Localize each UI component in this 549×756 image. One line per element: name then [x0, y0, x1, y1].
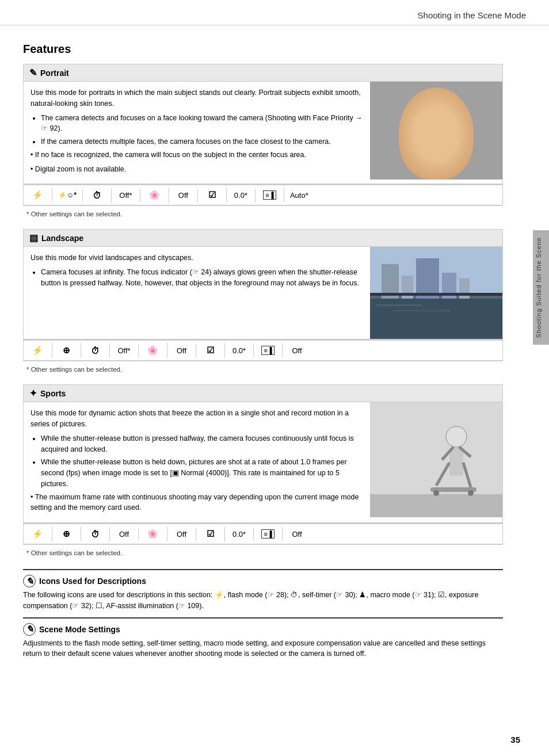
svg-rect-9 — [376, 304, 422, 306]
sports-text: Use this mode for dynamic action shots t… — [24, 402, 370, 522]
portrait-setting-macro: 🌸 — [140, 188, 169, 203]
portrait-section: ✎ Portrait Use this mode for portraits i… — [23, 64, 503, 184]
portrait-bullets: The camera detects and focuses on a face… — [41, 113, 363, 147]
landscape-asterisk: * Other settings can be selected. — [23, 365, 503, 376]
landscape-setting-macro-val: Off — [167, 344, 196, 357]
sports-setting-timer-val: Off — [110, 528, 139, 541]
icons-desc-icon: ✎ — [23, 575, 36, 587]
landscape-settings-wrapper: ⚡ ⊕ ⏱ Off* 🌸 Off ☑ 0.0* ≡▐ Off — [23, 339, 503, 361]
icons-desc-section: ✎ Icons Used for Descriptions The follow… — [23, 569, 503, 612]
sports-setting-mode: ⊕ — [52, 526, 81, 541]
portrait-setting-af: ≡▐ — [256, 188, 284, 202]
svg-point-13 — [446, 426, 467, 447]
portrait-desc: Use this mode for portraits in which the… — [30, 87, 363, 109]
landscape-text: Use this mode for vivid landscapes and c… — [24, 247, 370, 339]
portrait-bullet-3: • If no face is recognized, the camera w… — [30, 150, 363, 161]
page-number: 35 — [510, 735, 520, 744]
landscape-header: ▤ Landscape — [24, 230, 502, 247]
portrait-setting-flash: ⚡ — [24, 188, 52, 203]
portrait-icon: ✎ — [29, 67, 37, 78]
svg-point-21 — [468, 490, 474, 496]
sports-setting-timer: ⏱ — [81, 527, 110, 541]
sports-setting-macro: 🌸 — [139, 526, 167, 541]
scene-settings-body: Adjustments to the flash mode setting, s… — [23, 638, 503, 660]
landscape-bullets: Camera focuses at infinity. The focus in… — [41, 267, 363, 289]
portrait-content: Use this mode for portraits in which the… — [24, 82, 502, 184]
portrait-setting-af-val: Auto* — [284, 189, 314, 202]
sports-setting-flash: ⚡ — [24, 526, 52, 541]
portrait-header: ✎ Portrait — [24, 64, 502, 82]
landscape-label: Landscape — [41, 234, 83, 243]
portrait-setting-redeye: ⚡☺* — [52, 189, 83, 201]
sports-setting-exp: ☑ — [196, 526, 225, 541]
sports-desc: Use this mode for dynamic action shots t… — [30, 408, 363, 430]
landscape-image — [370, 247, 502, 339]
portrait-bullet-4: • Digital zoom is not available. — [30, 164, 363, 175]
svg-point-20 — [433, 490, 439, 496]
sports-bullet-1: While the shutter-release button is pres… — [41, 433, 363, 455]
page-title: Shooting in the Scene Mode — [418, 10, 526, 20]
landscape-icon: ▤ — [29, 232, 38, 243]
sports-asterisk: * Other settings can be selected. — [23, 548, 503, 560]
landscape-bullet-1: Camera focuses at infinity. The focus in… — [41, 267, 363, 289]
portrait-setting-timer-val: Off* — [112, 189, 140, 202]
landscape-setting-macro: 🌸 — [139, 343, 167, 358]
svg-rect-10 — [393, 310, 451, 311]
landscape-setting-af: ≡▐ — [254, 343, 283, 357]
page: Shooting in the Scene Mode Features ✎ Po… — [0, 0, 549, 756]
sports-settings-row: ⚡ ⊕ ⏱ Off 🌸 Off ☑ 0.0* ≡▐ Off — [24, 524, 502, 544]
portrait-settings-wrapper: ⚡ ⚡☺* ⏱ Off* 🌸 Off ☑ 0.0* ≡▐ Auto* — [23, 184, 503, 206]
sports-setting-exp-val: 0.0* — [225, 528, 254, 541]
landscape-setting-mode: ⊕ — [52, 343, 81, 358]
landscape-desc: Use this mode for vivid landscapes and c… — [30, 253, 363, 264]
svg-rect-12 — [370, 494, 502, 517]
features-title: Features — [23, 43, 503, 56]
icons-desc-title: ✎ Icons Used for Descriptions — [23, 575, 503, 587]
landscape-setting-timer: ⏱ — [81, 343, 110, 358]
sports-section: ✦ Sports Use this mode for dynamic actio… — [23, 384, 503, 523]
landscape-setting-af-val: Off — [283, 344, 311, 357]
sports-header: ✦ Sports — [24, 385, 502, 402]
portrait-settings-row: ⚡ ⚡☺* ⏱ Off* 🌸 Off ☑ 0.0* ≡▐ Auto* — [24, 185, 502, 205]
portrait-setting-exp: ☑ — [198, 188, 227, 203]
landscape-setting-exp: ☑ — [196, 343, 225, 358]
landscape-setting-flash: ⚡ — [24, 343, 52, 358]
scene-settings-icon: ✎ — [23, 623, 36, 636]
landscape-settings-row: ⚡ ⊕ ⏱ Off* 🌸 Off ☑ 0.0* ≡▐ Off — [24, 340, 502, 361]
sports-setting-af: ≡▐ — [254, 527, 283, 541]
landscape-content: Use this mode for vivid landscapes and c… — [24, 247, 502, 339]
svg-rect-7 — [370, 293, 502, 296]
scene-settings-section: ✎ Scene Mode Settings Adjustments to the… — [23, 617, 503, 660]
landscape-section: ▤ Landscape Use this mode for vivid land… — [23, 229, 503, 339]
landscape-setting-timer-val: Off* — [110, 344, 139, 357]
landscape-setting-exp-val: 0.0* — [225, 344, 254, 357]
portrait-setting-timer: ⏱ — [83, 188, 112, 203]
portrait-setting-macro-val: Off — [169, 189, 198, 202]
portrait-bullet-2: If the camera detects multiple faces, th… — [41, 136, 363, 147]
sports-content: Use this mode for dynamic action shots t… — [24, 402, 502, 522]
sports-icon: ✦ — [29, 388, 37, 399]
icons-desc-body: The following icons are used for descrip… — [23, 590, 503, 612]
sports-bullet-2: While the shutter-release button is held… — [41, 457, 363, 489]
sports-bullets: While the shutter-release button is pres… — [41, 433, 363, 490]
portrait-label: Portrait — [40, 68, 69, 78]
scene-settings-title: ✎ Scene Mode Settings — [23, 623, 503, 636]
sports-settings-wrapper: ⚡ ⊕ ⏱ Off 🌸 Off ☑ 0.0* ≡▐ Off — [23, 523, 503, 545]
portrait-image — [370, 82, 502, 180]
sports-setting-af-val: Off — [283, 528, 311, 541]
sports-label: Sports — [40, 389, 66, 398]
vertical-tab: Shooting Suited for the Scene — [533, 230, 549, 345]
portrait-asterisk: * Other settings can be selected. — [23, 209, 503, 221]
sports-image — [370, 402, 502, 517]
portrait-bullet-1: The camera detects and focuses on a face… — [41, 113, 363, 135]
page-header: Shooting in the Scene Mode — [0, 0, 549, 25]
svg-rect-14 — [449, 447, 463, 476]
portrait-text: Use this mode for portraits in which the… — [24, 82, 370, 184]
main-content: Features ✎ Portrait Use this mode for po… — [0, 25, 549, 677]
portrait-setting-exp-val: 0.0* — [227, 189, 256, 202]
sports-setting-macro-val: Off — [167, 528, 196, 541]
sports-bullet-3: • The maximum frame rate with continuous… — [30, 492, 363, 514]
